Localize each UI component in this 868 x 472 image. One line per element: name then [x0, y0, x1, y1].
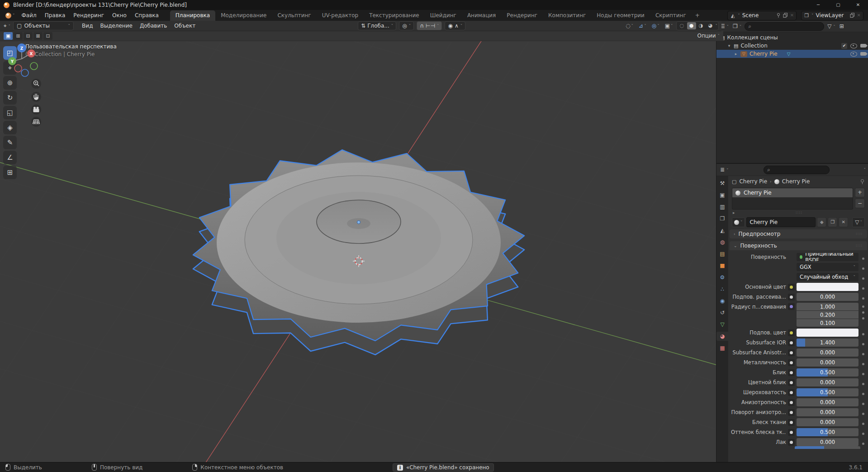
workspace-tab-1[interactable]: Моделирование	[215, 10, 272, 21]
material-slot-list[interactable]: Cherry Pie	[732, 188, 853, 210]
color-swatch[interactable]	[797, 283, 859, 291]
properties-tab-particles[interactable]: ∴	[717, 285, 728, 294]
shading-material-preview[interactable]: ◑	[697, 22, 706, 29]
properties-tab-physics[interactable]: ◉	[717, 296, 728, 305]
value-field[interactable]: 1.000	[797, 303, 859, 310]
pivot-dropdown[interactable]: ◎ ˅	[399, 21, 414, 30]
value-slider[interactable]: 0.000	[797, 398, 859, 406]
decorator-dot[interactable]	[860, 264, 866, 270]
outliner-search[interactable]: ⌕	[745, 22, 824, 31]
decorator-dot[interactable]	[860, 420, 866, 425]
blender-menu-button[interactable]: ˅	[3, 13, 18, 19]
camera-render-icon[interactable]	[860, 44, 866, 48]
decorator-dot[interactable]	[860, 294, 866, 300]
properties-tab-tool[interactable]: ⚒	[717, 179, 728, 188]
socket-toggle[interactable]	[788, 303, 795, 310]
new-collection-button[interactable]: ⊞	[839, 23, 845, 29]
viewport-menu-0[interactable]: Вид	[78, 22, 96, 30]
properties-tab-object-data[interactable]: ▽	[717, 320, 728, 329]
decorator-dot[interactable]	[860, 370, 866, 375]
topbar-menu-0[interactable]: Файл	[18, 11, 41, 20]
viewport-menu-1[interactable]: Выделение	[96, 22, 136, 30]
overlays-toggle[interactable]: ◎˅	[650, 23, 661, 29]
3d-viewport[interactable]: ◰⌖⊕↻◱◈✎∠⊞ Пользовательская перспектива (…	[0, 41, 716, 462]
outliner-row-2[interactable]: ▸▽Cherry Pie▽	[716, 50, 868, 58]
value-slider[interactable]: 0.500	[797, 368, 859, 377]
gizmos-toggle[interactable]: ⊿˅	[637, 23, 648, 29]
shading-wireframe[interactable]: ◌	[678, 22, 687, 29]
filter-button[interactable]: ▽ ˅	[826, 23, 836, 29]
expand-arrow-icon[interactable]: ▸	[734, 52, 738, 56]
decorator-dot[interactable]	[860, 254, 866, 260]
breadcrumb-material[interactable]: Cherry Pie	[782, 178, 810, 185]
value-slider[interactable]: 0.000	[797, 348, 859, 357]
value-slider[interactable]: 0.000	[797, 293, 859, 301]
topbar-menu-1[interactable]: Правка	[41, 11, 70, 20]
display-mode-button[interactable]: ❐ ˅	[732, 23, 742, 29]
node-filter-button[interactable]: ▽ ˅	[852, 217, 865, 227]
dropdown-field[interactable]: GGX˅	[797, 263, 859, 271]
close-button[interactable]: ✕	[848, 0, 868, 10]
decorator-dot[interactable]	[860, 390, 866, 395]
select-mode-0[interactable]: ▣	[4, 32, 13, 40]
minimize-button[interactable]: ─	[808, 0, 828, 10]
socket-toggle[interactable]	[788, 429, 795, 436]
editor-type-button[interactable]: ≣ ˅	[719, 167, 729, 173]
workspace-tab-3[interactable]: UV-редактор	[317, 10, 364, 21]
socket-toggle[interactable]	[788, 369, 795, 376]
decorator-dot[interactable]	[860, 360, 866, 365]
socket-toggle[interactable]	[788, 359, 795, 366]
mode-dropdown[interactable]: ▢ Объекты ˅	[13, 21, 74, 30]
decorator-dot[interactable]	[860, 400, 866, 405]
tool-add-cube[interactable]: ⊞	[3, 166, 17, 179]
gizmo-axis-balls[interactable]: Z X Y	[8, 43, 38, 76]
value-field[interactable]: 0.100	[797, 319, 859, 327]
camera-render-icon[interactable]	[860, 52, 866, 56]
socket-toggle[interactable]	[788, 399, 795, 406]
select-mode-1[interactable]: ⊞	[14, 32, 23, 40]
value-slider[interactable]: 1.400	[797, 339, 859, 347]
pin-icon[interactable]	[776, 13, 781, 18]
decorator-dot[interactable]	[860, 284, 866, 290]
properties-tab-world[interactable]: ◍	[717, 238, 728, 247]
chevron-down-icon[interactable]: ˅	[716, 24, 718, 28]
workspace-tab-10[interactable]: Скриптинг	[650, 10, 692, 21]
socket-toggle[interactable]	[788, 284, 795, 291]
decorator-dot[interactable]	[860, 429, 866, 435]
copy-icon[interactable]	[850, 13, 855, 18]
decorator-dot[interactable]	[860, 439, 866, 445]
value-slider[interactable]: 0.000	[797, 358, 859, 367]
navigation-gizmo[interactable]: ‹ Z X Y	[0, 41, 43, 158]
properties-tab-render[interactable]: ▣	[717, 191, 728, 200]
value-slider[interactable]: 0.000	[797, 408, 859, 416]
properties-tab-output[interactable]: ▥	[717, 202, 728, 211]
properties-tab-texture[interactable]: ▦	[717, 343, 728, 353]
socket-toggle[interactable]	[788, 389, 795, 396]
outliner-row-1[interactable]: ▾▤Collection✔	[716, 42, 868, 50]
decorator-dot[interactable]	[860, 410, 866, 415]
value-slider[interactable]: 0.500	[797, 388, 859, 396]
properties-search-input[interactable]	[773, 167, 826, 173]
properties-tab-constraints[interactable]: ↺	[717, 308, 728, 317]
socket-toggle[interactable]	[788, 409, 795, 416]
decorator-dot[interactable]	[860, 340, 866, 345]
workspace-tab-8[interactable]: Композитинг	[543, 10, 591, 21]
viewport-canvas[interactable]	[0, 41, 716, 462]
chevron-down-icon[interactable]: ˅	[864, 167, 866, 172]
properties-tab-modifiers[interactable]: ⚙	[717, 273, 728, 282]
value-field[interactable]: 0.200	[797, 311, 859, 319]
socket-toggle[interactable]	[788, 349, 795, 356]
orientation-dropdown[interactable]: ⇅ Глоба... ˅	[358, 21, 396, 30]
region-collapse-arrow[interactable]: ‹	[39, 44, 41, 50]
properties-tab-material[interactable]: ◕	[716, 332, 728, 341]
select-mode-4[interactable]: ⊡	[43, 32, 52, 40]
panel-surface[interactable]: ⌄ Поверхность ∷∷	[730, 241, 867, 250]
copy-datablock-button[interactable]: ❐	[828, 217, 837, 227]
topbar-menu-4[interactable]: Справка	[131, 11, 163, 20]
add-slot-button[interactable]: +	[855, 188, 865, 197]
panel-preview[interactable]: › Предпросмотр ∷∷	[730, 229, 867, 238]
workspace-tab-0[interactable]: Планировка	[170, 10, 215, 21]
socket-toggle[interactable]	[788, 419, 795, 426]
viewport-nav-buttons[interactable]	[31, 79, 41, 127]
material-name-field[interactable]: Cherry Pie	[746, 217, 816, 227]
